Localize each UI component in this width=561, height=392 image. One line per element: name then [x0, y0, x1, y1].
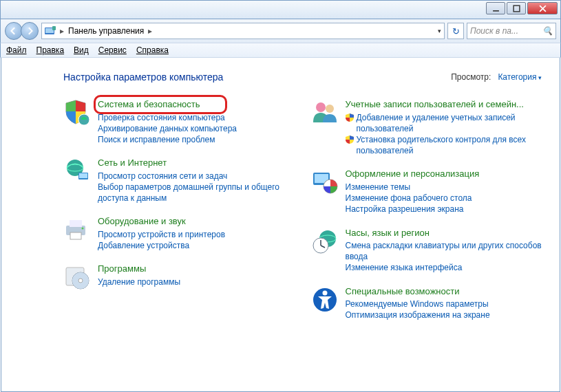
uac-shield-icon	[346, 135, 354, 144]
addressbar-dropdown-icon[interactable]: ▾	[438, 28, 441, 34]
sub-link[interactable]: Настройка разрешения экрана	[346, 204, 542, 215]
category-title[interactable]: Оборудование и звук	[98, 216, 186, 227]
svg-point-15	[82, 228, 84, 230]
sub-link[interactable]: Проверка состояния компьютера	[98, 112, 295, 123]
users-icon	[311, 99, 339, 127]
window-titlebar	[0, 0, 561, 19]
sub-link[interactable]: Изменение темы	[346, 182, 542, 193]
sub-link[interactable]: Удаление программы	[98, 276, 295, 287]
sub-link[interactable]: Архивирование данных компьютера	[98, 123, 295, 134]
sub-link[interactable]: Добавление и удаление учетных записей по…	[346, 112, 542, 134]
category-title[interactable]: Система и безопасность	[98, 99, 200, 110]
category-title[interactable]: Специальные возможности	[346, 286, 460, 297]
printer-icon	[63, 216, 91, 243]
refresh-button[interactable]: ↻	[447, 23, 464, 39]
breadcrumb-separator-icon: ▸	[148, 26, 152, 36]
svg-point-20	[316, 102, 326, 112]
sub-link[interactable]: Рекомендуемые Windows параметры	[346, 298, 542, 309]
sub-link[interactable]: Просмотр состояния сети и задач	[98, 171, 295, 182]
page-title: Настройка параметров компьютера	[63, 72, 223, 83]
category-users: Учетные записи пользователей и семейн...…	[311, 99, 542, 156]
menu-tools[interactable]: Сервис	[98, 45, 127, 55]
svg-rect-6	[52, 26, 56, 30]
close-button[interactable]	[527, 2, 558, 14]
search-input[interactable]: Поиск в па... 🔍	[467, 23, 556, 39]
sub-link[interactable]: Смена раскладки клавиатуры или других сп…	[346, 240, 542, 262]
svg-point-21	[326, 105, 334, 113]
category-network: Сеть и Интернет Просмотр состояния сети …	[63, 157, 295, 204]
svg-rect-1	[514, 6, 520, 12]
menu-file[interactable]: Файл	[6, 45, 27, 55]
maximize-button[interactable]	[507, 2, 526, 14]
sub-link[interactable]: Оптимизация изображения на экране	[346, 309, 542, 320]
category-title[interactable]: Часы, язык и регион	[346, 228, 430, 239]
category-title[interactable]: Оформление и персонализация	[346, 168, 480, 179]
menu-help[interactable]: Справка	[136, 45, 169, 55]
category-accessibility: Специальные возможности Рекомендуемые Wi…	[311, 286, 542, 321]
category-title[interactable]: Сеть и Интернет	[98, 157, 167, 168]
category-appearance: Оформление и персонализация Изменение те…	[311, 168, 542, 215]
clock-globe-icon	[311, 228, 339, 255]
breadcrumb-separator-icon: ▸	[60, 26, 64, 36]
menu-view[interactable]: Вид	[74, 45, 89, 55]
shield-icon	[63, 99, 91, 127]
menu-edit[interactable]: Правка	[36, 45, 65, 55]
search-icon: 🔍	[542, 26, 553, 36]
breadcrumb-root[interactable]: Панель управления	[68, 26, 144, 36]
category-hardware: Оборудование и звук Просмотр устройств и…	[63, 216, 295, 251]
category-programs: Программы Удаление программы	[63, 263, 295, 291]
view-by-dropdown[interactable]: Категория	[498, 72, 542, 82]
svg-rect-13	[70, 220, 82, 227]
category-system-security: Система и безопасность Проверка состояни…	[63, 99, 295, 145]
minimize-button[interactable]	[486, 2, 505, 14]
svg-rect-14	[70, 232, 81, 239]
accessibility-icon	[311, 286, 339, 314]
sub-link[interactable]: Установка родительского контроля для все…	[346, 134, 542, 156]
right-column: Учетные записи пользователей и семейн...…	[311, 99, 542, 334]
control-panel-icon	[45, 26, 56, 36]
left-column: Система и безопасность Проверка состояни…	[63, 99, 295, 334]
sub-link[interactable]: Просмотр устройств и принтеров	[98, 229, 295, 240]
disc-icon	[63, 263, 91, 291]
navigation-bar: ▸ Панель управления ▸ ▾ ↻ Поиск в па... …	[0, 19, 561, 43]
svg-point-31	[322, 290, 327, 295]
sub-link[interactable]: Выбор параметров домашней группы и общег…	[98, 182, 295, 204]
sub-link[interactable]: Изменение фона рабочего стола	[346, 193, 542, 204]
sub-link[interactable]: Изменение языка интерфейса	[346, 262, 542, 273]
view-by: Просмотр: Категория	[451, 72, 542, 82]
content-area: Настройка параметров компьютера Просмотр…	[1, 58, 560, 392]
svg-point-19	[78, 279, 83, 283]
category-title[interactable]: Учетные записи пользователей и семейн...	[346, 99, 524, 110]
appearance-icon	[311, 168, 339, 196]
uac-shield-icon	[346, 113, 354, 122]
sub-link[interactable]: Добавление устройства	[98, 240, 295, 251]
category-title[interactable]: Программы	[98, 263, 146, 274]
forward-button[interactable]	[21, 22, 39, 40]
svg-rect-11	[79, 173, 87, 178]
menu-bar: Файл Правка Вид Сервис Справка	[0, 43, 561, 58]
globe-network-icon	[63, 157, 91, 185]
search-placeholder: Поиск в па...	[470, 26, 518, 36]
address-bar[interactable]: ▸ Панель управления ▸ ▾	[41, 23, 445, 39]
category-clock: Часы, язык и регион Смена раскладки клав…	[311, 228, 542, 274]
sub-link[interactable]: Поиск и исправление проблем	[98, 134, 295, 145]
